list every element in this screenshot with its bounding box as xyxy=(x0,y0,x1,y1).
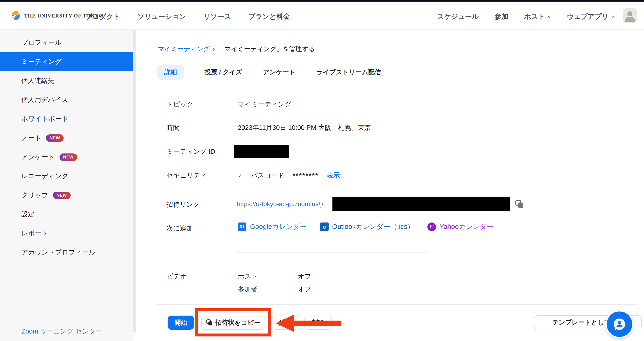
tab-survey[interactable]: アンケート xyxy=(263,68,296,76)
yahoo-calendar-link[interactable]: Y! Yahooカレンダー xyxy=(427,222,494,231)
topic-label: トピック xyxy=(166,100,194,109)
top-strip xyxy=(0,0,644,2)
sidebar-item-notes[interactable]: ノートNEW xyxy=(0,128,133,148)
show-passcode-link[interactable]: 表示 xyxy=(327,171,340,180)
google-calendar-link[interactable]: 31 Googleカレンダー xyxy=(238,222,307,231)
footer-divider xyxy=(157,304,638,305)
sidebar-item-meetings[interactable]: ミーティング xyxy=(0,52,133,71)
header: THE UNIVERSITY OF TOKYO プロダクト ソリューション リソ… xyxy=(0,2,644,30)
video-host-label: ホスト xyxy=(238,272,258,281)
start-button[interactable]: 開始 xyxy=(168,316,194,330)
breadcrumb-separator: › xyxy=(213,46,215,53)
nav-plans-pricing[interactable]: プランと料金 xyxy=(248,12,290,21)
sidebar-link-learning-center[interactable]: Zoom ラーニング センター xyxy=(0,323,133,340)
copy-icon xyxy=(206,319,213,326)
sidebar-item-personal-devices[interactable]: 個人用デバイス xyxy=(0,90,133,110)
topic-value: マイミーティング xyxy=(238,100,292,109)
sidebar-footer-links: Zoom ラーニング センター ビデオチュートリアル ナレッジベース xyxy=(0,323,133,341)
google-calendar-icon: 31 xyxy=(238,222,246,231)
nav-solutions[interactable]: ソリューション xyxy=(138,12,186,21)
add-to-label: 次に追加 xyxy=(166,224,193,233)
outlook-calendar-icon: o xyxy=(320,222,328,231)
person-icon xyxy=(623,8,637,23)
sidebar-item-account-profile[interactable]: アカウントプロフィール xyxy=(0,243,133,262)
sidebar-item-profile[interactable]: プロフィール xyxy=(0,33,133,52)
section-divider xyxy=(237,252,428,253)
calendar-links: 31 Googleカレンダー o Outlookカレンダー（.ics） Y! Y… xyxy=(238,222,494,231)
edit-button[interactable]: 編集 xyxy=(272,316,299,330)
tab-polls-quizzes[interactable]: 投票 / クイズ xyxy=(204,68,242,76)
nav-web-app[interactable]: ウェブアプリ ∨ xyxy=(567,12,614,21)
nav-schedule[interactable]: スケジュール xyxy=(437,12,479,21)
header-nav-right: スケジュール 参加 ホスト ∨ ウェブアプリ ∨ xyxy=(437,12,614,21)
header-nav-left: プロダクト ソリューション リソース プランと料金 xyxy=(86,12,290,21)
meeting-id-label: ミーティング ID xyxy=(166,147,215,156)
time-value: 2023年11月30日 10:00 PM 大阪、札幌、東京 xyxy=(238,123,371,132)
video-participant-label: 参加者 xyxy=(238,285,258,294)
sidebar-item-clips[interactable]: クリップNEW xyxy=(0,186,133,205)
delete-button[interactable]: 削除 xyxy=(304,316,332,330)
sidebar-list: プロフィール ミーティング 個人連絡先 個人用デバイス ホワイトボード ノートN… xyxy=(0,33,133,262)
sidebar-scrollbar[interactable] xyxy=(133,30,136,333)
ginkgo-leaf-icon xyxy=(11,11,20,21)
tab-live-streaming[interactable]: ライブストリーム配信 xyxy=(316,68,381,76)
breadcrumb-my-meetings-link[interactable]: マイミーティング xyxy=(158,45,210,53)
invite-link-label: 招待リンク xyxy=(166,200,200,209)
sidebar-item-personal-contacts[interactable]: 個人連絡先 xyxy=(0,71,133,90)
new-badge: NEW xyxy=(60,154,77,161)
tab-bar: 詳細 投票 / クイズ アンケート ライブストリーム配信 xyxy=(157,65,381,80)
video-label: ビデオ xyxy=(166,272,187,281)
redacted-invite-link xyxy=(332,196,510,211)
sidebar-divider xyxy=(21,312,42,312)
copy-link-icon[interactable] xyxy=(514,199,524,210)
chevron-down-icon: ∨ xyxy=(548,14,551,19)
sidebar-item-whiteboard[interactable]: ホワイトボード xyxy=(0,110,133,128)
new-badge: NEW xyxy=(53,192,70,199)
sidebar-item-reports[interactable]: レポート xyxy=(0,224,133,243)
sidebar-item-recordings[interactable]: レコーディング xyxy=(0,167,133,186)
nav-products[interactable]: プロダクト xyxy=(86,12,120,21)
nav-resources[interactable]: リソース xyxy=(204,12,231,21)
video-host-state: オフ xyxy=(298,272,311,281)
security-value: ✓ パスコード ******** 表示 xyxy=(238,171,340,180)
support-chat-button[interactable] xyxy=(606,310,634,338)
chevron-down-icon: ∨ xyxy=(611,14,614,19)
nav-join[interactable]: 参加 xyxy=(495,12,508,21)
check-icon: ✓ xyxy=(238,172,243,179)
tab-details[interactable]: 詳細 xyxy=(157,65,184,80)
sidebar-item-surveys[interactable]: アンケートNEW xyxy=(0,148,133,167)
passcode-label: パスコード xyxy=(251,171,284,180)
support-chat-icon xyxy=(612,316,628,332)
sidebar: プロフィール ミーティング 個人連絡先 個人用デバイス ホワイトボード ノートN… xyxy=(0,30,133,341)
sidebar-item-settings[interactable]: 設定 xyxy=(0,205,133,224)
outlook-calendar-link[interactable]: o Outlookカレンダー（.ics） xyxy=(320,222,414,231)
new-badge: NEW xyxy=(46,134,64,142)
invite-link-url[interactable]: https://u-tokyo-ac-jp.zoom.us/j/ xyxy=(237,200,323,208)
avatar[interactable] xyxy=(623,8,637,23)
redacted-meeting-id xyxy=(234,144,289,158)
sidebar-link-video-tutorials[interactable]: ビデオチュートリアル xyxy=(0,340,133,341)
zoom-web-portal: THE UNIVERSITY OF TOKYO プロダクト ソリューション リソ… xyxy=(0,0,644,341)
passcode-mask: ******** xyxy=(293,172,318,179)
breadcrumb: マイミーティング › 「マイミーティング」を管理する xyxy=(158,45,315,53)
copy-invitation-button[interactable]: 招待状をコピー xyxy=(201,316,265,330)
nav-host[interactable]: ホスト ∨ xyxy=(524,12,551,21)
yahoo-calendar-icon: Y! xyxy=(427,222,436,231)
security-label: セキュリティ xyxy=(166,171,207,180)
breadcrumb-current: 「マイミーティング」を管理する xyxy=(218,45,315,53)
time-label: 時間 xyxy=(166,123,180,132)
video-participant-state: オフ xyxy=(298,285,311,294)
